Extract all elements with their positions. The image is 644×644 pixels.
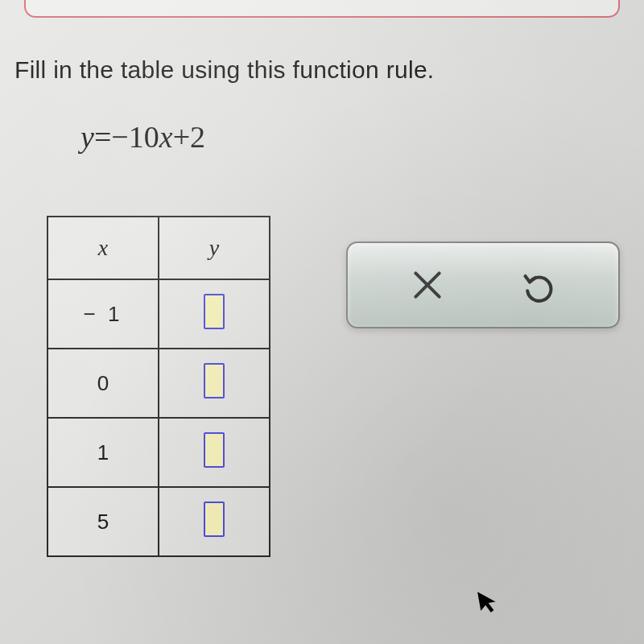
x-cell: 0 [47,349,159,418]
clear-button[interactable] [403,261,452,309]
equation-plus: + [173,120,190,154]
answer-toolbar [346,242,620,328]
y-input[interactable] [204,502,225,537]
xy-table: x y − 1 0 1 5 [47,216,270,557]
table-row: 1 [47,418,270,487]
undo-icon [521,267,556,303]
table-header-y: y [159,217,270,279]
y-input[interactable] [204,294,225,329]
table-row: 5 [47,487,270,556]
equation-const: 2 [190,120,205,154]
table-row: 0 [47,349,270,418]
equation-y-var: y [80,120,94,154]
y-cell [159,349,270,418]
xy-table-container: x y − 1 0 1 5 [47,216,270,557]
y-cell [159,487,270,556]
equation-equals: = [94,120,111,154]
equation-neg-sign: − [111,120,128,154]
alert-box-bottom-edge [24,0,620,18]
function-rule-equation: y=−10x+2 [80,119,205,155]
undo-button[interactable] [514,261,563,309]
y-cell [159,418,270,487]
x-cell: 5 [47,487,159,556]
x-cell: − 1 [47,279,159,349]
cursor-icon [476,587,502,621]
close-icon [410,267,445,303]
y-input[interactable] [204,432,225,468]
table-row: − 1 [47,279,270,349]
y-cell [159,279,270,349]
equation-coef: 10 [129,120,159,154]
x-cell: 1 [47,418,159,487]
equation-x-var: x [159,120,173,154]
table-header-x: x [47,217,159,279]
instruction-text: Fill in the table using this function ru… [14,56,435,84]
y-input[interactable] [204,363,225,398]
